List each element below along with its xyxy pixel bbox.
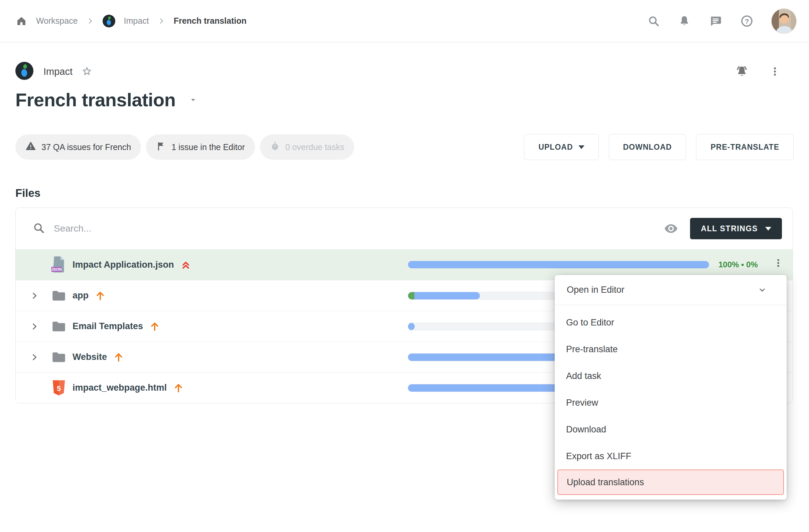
bell-icon[interactable] [678, 15, 691, 28]
chip-editor-issues[interactable]: 1 issue in the Editor [146, 134, 255, 160]
file-name: Impact Application.json [72, 260, 174, 270]
priority-high-icon [173, 382, 184, 394]
menu-item-pre-translate[interactable]: Pre-translate [555, 336, 787, 363]
warning-icon [25, 141, 36, 153]
all-strings-filter-button[interactable]: ALL STRINGS [690, 218, 782, 239]
home-icon[interactable] [15, 15, 28, 27]
menu-item-add-task[interactable]: Add task [555, 363, 787, 389]
chevron-right-icon [87, 17, 94, 25]
chevron-down-icon [757, 285, 767, 295]
flag-icon [156, 141, 166, 153]
notifications-active-icon[interactable] [735, 65, 749, 79]
breadcrumb-impact[interactable]: Impact [124, 16, 149, 26]
project-name: Impact [44, 66, 72, 77]
pre-translate-button[interactable]: PRE-TRANSLATE [696, 134, 794, 160]
caret-down-icon [765, 227, 771, 230]
menu-item-go-to-editor[interactable]: Go to Editor [555, 309, 787, 336]
progress-segment-blue [414, 292, 480, 299]
menu-item-download[interactable]: Download [555, 416, 787, 443]
chat-icon[interactable] [709, 14, 722, 28]
folder-name: app [72, 290, 89, 301]
menu-item-preview[interactable]: Preview [555, 389, 787, 416]
folder-icon [50, 350, 67, 364]
svg-text:JSON: JSON [51, 267, 62, 271]
progress-segment-green [408, 292, 414, 299]
chip-overdue-tasks[interactable]: 0 overdue tasks [260, 134, 355, 160]
help-icon[interactable]: ? [740, 14, 754, 28]
impact-logo-small[interactable] [103, 15, 115, 28]
breadcrumb-workspace[interactable]: Workspace [36, 16, 78, 26]
chip-label: 1 issue in the Editor [171, 142, 245, 152]
expand-chevron-icon[interactable] [27, 291, 42, 301]
kebab-menu-icon[interactable] [770, 66, 780, 77]
files-search-row: ALL STRINGS [16, 208, 793, 249]
timer-icon [270, 141, 280, 153]
avatar[interactable] [772, 9, 796, 33]
breadcrumb-current-page: French translation [174, 16, 247, 26]
download-button[interactable]: DOWNLOAD [609, 134, 686, 160]
menu-list: Go to Editor Pre-translate Add task Prev… [555, 305, 787, 495]
priority-high-icon [94, 290, 106, 302]
status-chips: 37 QA issues for French 1 issue in the E… [15, 134, 354, 160]
translation-stats: 100% • 0% [719, 260, 758, 269]
search-input[interactable] [54, 223, 663, 234]
svg-text:5: 5 [57, 384, 61, 392]
search-icon[interactable] [647, 15, 660, 28]
progress-bar [408, 261, 709, 269]
topbar: Workspace Impact French translation ? [0, 0, 809, 42]
search-icon [32, 222, 45, 236]
caret-down-icon [579, 145, 584, 149]
progress-segment-blue [408, 323, 415, 330]
upload-button[interactable]: UPLOAD [524, 134, 599, 160]
folder-name: Website [72, 352, 107, 362]
title-dropdown-caret-icon[interactable] [188, 95, 198, 105]
folder-icon [50, 289, 67, 303]
eye-icon[interactable] [663, 221, 679, 236]
json-file-icon: JSON [50, 256, 67, 274]
page-title: French translation [15, 89, 176, 110]
folder-name: Email Templates [72, 321, 143, 331]
project-header: Impact [15, 62, 794, 81]
priority-highest-icon [180, 259, 191, 270]
files-heading: Files [15, 187, 794, 200]
chip-qa-issues[interactable]: 37 QA issues for French [15, 134, 141, 160]
file-name: impact_webpage.html [72, 383, 167, 393]
html-file-icon: 5 [50, 379, 67, 397]
svg-text:?: ? [745, 17, 749, 25]
chevron-right-icon [158, 17, 165, 25]
expand-chevron-icon[interactable] [27, 353, 42, 362]
expand-chevron-icon[interactable] [27, 322, 42, 331]
progress-segment-blue [408, 261, 709, 268]
priority-high-icon [149, 321, 160, 332]
star-icon[interactable] [81, 66, 92, 77]
menu-item-export-as-xliff[interactable]: Export as XLIFF [555, 443, 787, 469]
impact-logo [15, 62, 33, 81]
menu-item-open-in-editor[interactable]: Open in Editor [555, 275, 787, 305]
chip-label: 0 overdue tasks [286, 142, 345, 152]
row-kebab-menu-icon[interactable] [773, 258, 783, 269]
menu-item-upload-translations[interactable]: Upload translations [557, 469, 784, 495]
breadcrumb: Workspace Impact French translation [15, 15, 247, 28]
chip-label: 37 QA issues for French [41, 142, 131, 152]
file-context-menu: Open in Editor Go to Editor Pre-translat… [555, 275, 787, 500]
folder-icon [50, 320, 67, 333]
priority-high-icon [113, 351, 124, 363]
